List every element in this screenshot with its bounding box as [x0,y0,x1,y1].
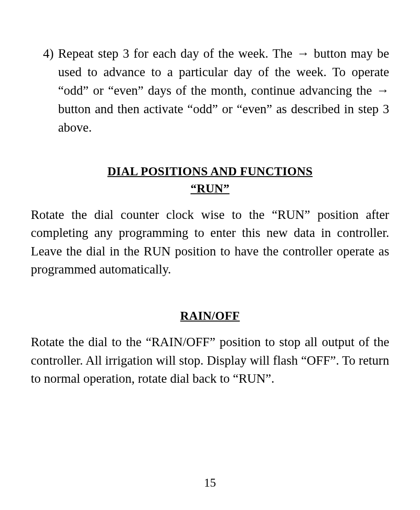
section-body-run: Rotate the dial counter clock wise to th… [31,206,389,278]
heading-line: “RUN” [31,180,389,197]
list-item-4: 4) Repeat step 3 for each day of the wee… [31,44,389,137]
text-fragment: Repeat step 3 for each day of the week. … [58,46,297,60]
list-item-body: Repeat step 3 for each day of the week. … [58,44,389,137]
section-heading-rain-off: RAIN/OFF [31,307,389,325]
page: 4) Repeat step 3 for each day of the wee… [0,0,420,510]
right-arrow-icon: → [376,83,389,97]
list-marker: 4) [31,44,58,63]
section-heading-dial-positions: DIAL POSITIONS AND FUNCTIONS “RUN” [31,163,389,197]
heading-line: DIAL POSITIONS AND FUNCTIONS [31,163,389,180]
text-fragment: button and then activate “odd” or “even”… [58,102,389,134]
right-arrow-icon: → [297,46,309,60]
section-body-rain-off: Rotate the dial to the “RAIN/OFF” positi… [31,333,389,388]
heading-line: RAIN/OFF [31,307,389,325]
page-number: 15 [0,476,420,490]
